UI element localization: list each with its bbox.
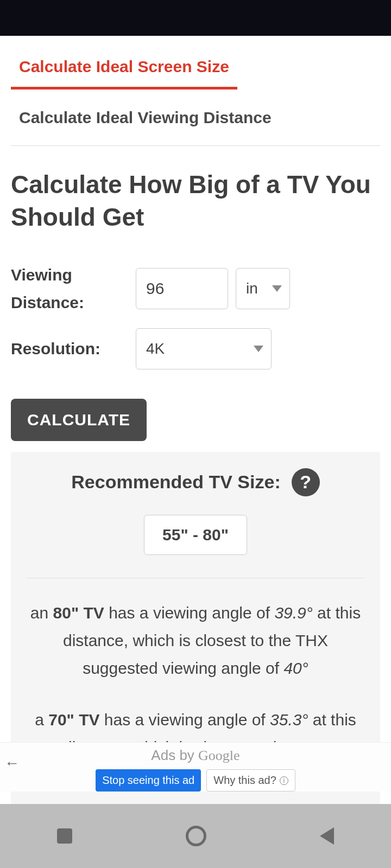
status-bar bbox=[0, 0, 391, 36]
viewing-distance-label: Viewing Distance: bbox=[11, 261, 136, 316]
home-icon[interactable] bbox=[186, 826, 206, 846]
recommended-size-value: 55" - 80" bbox=[144, 515, 247, 555]
resolution-select[interactable]: 4K bbox=[136, 328, 272, 369]
chevron-down-icon bbox=[272, 285, 282, 292]
tabs: Calculate Ideal Screen Size Calculate Id… bbox=[11, 36, 380, 146]
unit-selected-value: in bbox=[246, 280, 258, 297]
page-title: Calculate How Big of a TV You Should Get bbox=[11, 169, 380, 234]
divider bbox=[11, 145, 380, 146]
recent-apps-icon[interactable] bbox=[57, 828, 72, 844]
viewing-distance-input[interactable] bbox=[136, 268, 228, 309]
tab-viewing-distance[interactable]: Calculate Ideal Viewing Distance bbox=[11, 103, 280, 138]
android-nav-bar bbox=[0, 804, 391, 868]
calculate-button[interactable]: CALCULATE bbox=[11, 399, 147, 441]
chevron-down-icon bbox=[254, 346, 263, 352]
resolution-label: Resolution: bbox=[11, 335, 136, 362]
ad-label: Ads by Google bbox=[0, 747, 391, 764]
unit-select[interactable]: in bbox=[236, 268, 290, 309]
divider bbox=[27, 578, 364, 578]
ad-banner: ← Ads by Google Stop seeing this ad Why … bbox=[0, 742, 391, 792]
back-arrow-icon[interactable]: ← bbox=[4, 755, 20, 772]
result-title: Recommended TV Size: bbox=[71, 471, 280, 493]
info-icon: i bbox=[280, 776, 288, 785]
stop-ad-button[interactable]: Stop seeing this ad bbox=[96, 769, 201, 792]
back-icon[interactable] bbox=[320, 827, 334, 845]
explanation-1: an 80" TV has a viewing angle of 39.9° a… bbox=[27, 599, 364, 682]
calculator-form: Viewing Distance: in Resolution: 4K CALC… bbox=[11, 261, 380, 441]
why-ad-button[interactable]: Why this ad?i bbox=[206, 769, 295, 792]
tab-screen-size[interactable]: Calculate Ideal Screen Size bbox=[11, 52, 237, 90]
resolution-selected-value: 4K bbox=[146, 340, 165, 358]
help-icon[interactable]: ? bbox=[292, 468, 320, 496]
